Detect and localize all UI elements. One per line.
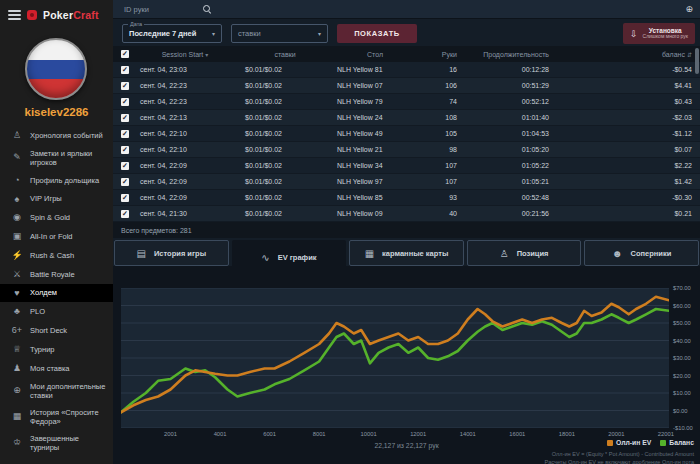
pokercraft-logo: PokerCraft: [43, 9, 99, 21]
table-row[interactable]: ✓ сент. 04, 22:10 $0.01/$0.02 NLH Yellow…: [113, 126, 700, 142]
duration-cell: 01:05:20: [457, 146, 557, 153]
row-checkbox[interactable]: ✓: [121, 210, 129, 218]
view-tab[interactable]: ♙ Позиция: [467, 240, 582, 266]
y-tick-label: -$10.00: [673, 425, 693, 431]
row-checkbox[interactable]: ✓: [121, 130, 129, 138]
y-tick-label: $40.00: [673, 338, 691, 344]
table-row[interactable]: ✓ сент. 04, 22:23 $0.01/$0.02 NLH Yellow…: [113, 78, 700, 94]
sort-desc-icon: ▾: [205, 52, 208, 58]
col-balance[interactable]: баланс⇵: [557, 51, 700, 58]
row-checkbox[interactable]: ✓: [121, 114, 129, 122]
sidebar-item[interactable]: ♔ Завершенные турниры: [0, 430, 113, 456]
sidebar-item-label: Spin & Gold: [30, 213, 70, 222]
row-checkbox[interactable]: ✓: [121, 178, 129, 186]
table-name-cell: NLH Yellow 34: [337, 162, 413, 169]
session-start-cell: сент. 04, 23:03: [137, 66, 233, 73]
table-header: ✓ Session Start▾ ставки Стол Руки Продол…: [113, 46, 700, 62]
table-scrollbar[interactable]: [695, 48, 699, 74]
duration-cell: 00:52:48: [457, 194, 557, 201]
view-tab[interactable]: ▦ карманные карты: [349, 240, 464, 266]
download-icon: ⇩: [630, 29, 638, 39]
menu-hamburger-icon[interactable]: [8, 10, 21, 20]
session-start-cell: сент. 04, 22:10: [137, 146, 233, 153]
sidebar-item-label: История «Спросите Федора»: [30, 408, 109, 426]
table-row[interactable]: ✓ сент. 04, 22:13 $0.01/$0.02 NLH Yellow…: [113, 110, 700, 126]
sidebar-item[interactable]: ♠ VIP Игры: [0, 190, 113, 209]
sidebar-item[interactable]: ♕ Турнир: [0, 340, 113, 359]
col-stakes[interactable]: ставки: [233, 51, 337, 58]
sidebar-item[interactable]: ⚡ Rush & Cash: [0, 246, 113, 265]
sidebar-item[interactable]: ⊕ Мои дополнительные ставки: [0, 378, 113, 404]
col-session-start[interactable]: Session Start▾: [137, 51, 233, 58]
legend-item[interactable]: Олл-ин EV: [607, 439, 651, 446]
table-name-cell: NLH Yellow 24: [337, 114, 413, 121]
row-checkbox[interactable]: ✓: [121, 194, 129, 202]
balance-cell: $1.42: [557, 178, 700, 185]
stakes-filter-select[interactable]: ставки ▾: [231, 24, 328, 43]
hand-id-search-input[interactable]: [122, 4, 200, 15]
install-button[interactable]: ⇩ Установка Слишком много рук: [623, 23, 695, 44]
row-checkbox[interactable]: ✓: [121, 82, 129, 90]
sidebar-item[interactable]: ▣ All-In or Fold: [0, 227, 113, 246]
search-icon[interactable]: [202, 4, 212, 14]
col-duration[interactable]: Продолжительность: [457, 51, 557, 58]
balance-cell: -$2.03: [557, 114, 700, 121]
session-start-cell: сент. 04, 21:30: [137, 210, 233, 217]
balance-cell: -$1.12: [557, 130, 700, 137]
sidebar-item[interactable]: ♣ PLO: [0, 302, 113, 321]
tab-icon: ☻: [612, 248, 623, 259]
stakes-cell: $0.01/$0.02: [233, 82, 337, 89]
sidebar-item-icon: ◔: [11, 175, 23, 186]
table-row[interactable]: ✓ сент. 04, 22:09 $0.01/$0.02 NLH Yellow…: [113, 158, 700, 174]
sidebar-item[interactable]: ▦ История «Спросите Федора»: [0, 404, 113, 430]
sidebar-item[interactable]: ⚔ Battle Royale: [0, 265, 113, 284]
duration-cell: 00:51:29: [457, 82, 557, 89]
date-filter-select[interactable]: Дата Последние 7 дней ▾: [122, 24, 222, 43]
sidebar-item-label: Rush & Cash: [30, 251, 74, 260]
sidebar-item[interactable]: 6+ Short Deck: [0, 321, 113, 340]
session-start-cell: сент. 04, 22:23: [137, 82, 233, 89]
row-checkbox[interactable]: ✓: [121, 162, 129, 170]
table-row[interactable]: ✓ сент. 04, 21:30 $0.01/$0.02 NLH Yellow…: [113, 206, 700, 222]
select-all-checkbox[interactable]: ✓: [121, 50, 129, 58]
ev-chart-plot[interactable]: [121, 288, 669, 428]
hands-cell: 98: [413, 146, 457, 153]
col-table[interactable]: Стол: [337, 51, 413, 58]
sidebar-item[interactable]: ◔ Профиль дольщика: [0, 171, 113, 190]
table-row[interactable]: ✓ сент. 04, 23:03 $0.01/$0.02 NLH Yellow…: [113, 62, 700, 78]
sidebar-item[interactable]: ◉ Spin & Gold: [0, 208, 113, 227]
avatar[interactable]: [25, 38, 87, 100]
legend-label: Олл-ин EV: [616, 439, 651, 446]
view-tab[interactable]: ☻ Соперники: [584, 240, 699, 266]
row-checkbox[interactable]: ✓: [121, 146, 129, 154]
series-line: [121, 297, 669, 413]
row-checkbox[interactable]: ✓: [121, 66, 129, 74]
language-globe-icon[interactable]: ⊕: [685, 4, 693, 14]
session-start-cell: сент. 04, 22:13: [137, 114, 233, 121]
date-filter-label: Дата: [128, 21, 144, 27]
sidebar-item[interactable]: ✎ Заметки и ярлыки игроков: [0, 145, 113, 171]
sidebar-item[interactable]: ♥ Холдем: [0, 284, 113, 303]
table-row[interactable]: ✓ сент. 04, 22:09 $0.01/$0.02 NLH Yellow…: [113, 174, 700, 190]
sidebar-item[interactable]: ♟ Моя ставка: [0, 359, 113, 378]
ev-graph-panel: $70.00$60.00$50.00$40.00$30.00$20.00$10.…: [113, 266, 700, 464]
duration-cell: 01:05:21: [457, 178, 557, 185]
sidebar-item[interactable]: ♙ Хронология событий: [0, 126, 113, 145]
table-row[interactable]: ✓ сент. 04, 22:09 $0.01/$0.02 NLH Yellow…: [113, 190, 700, 206]
legend-item[interactable]: Баланс: [660, 439, 694, 446]
sidebar-menu: ♙ Хронология событий ✎ Заметки и ярлыки …: [0, 126, 113, 456]
sidebar-item-label: Турнир: [30, 345, 55, 354]
table-row[interactable]: ✓ сент. 04, 22:10 $0.01/$0.02 NLH Yellow…: [113, 142, 700, 158]
ev-chart-svg: [121, 288, 669, 428]
sidebar-item-label: Холдем: [30, 288, 57, 297]
ev-formula-text: Олл-ин EV = (Equity * Pot Amount) - Cont…: [545, 450, 694, 458]
x-tick-label: 22001: [658, 431, 674, 437]
show-button[interactable]: ПОКАЗАТЬ: [337, 24, 417, 43]
stakes-cell: $0.01/$0.02: [233, 114, 337, 121]
col-hands[interactable]: Руки: [413, 51, 457, 58]
row-checkbox[interactable]: ✓: [121, 98, 129, 106]
tab-label: История игры: [154, 249, 206, 258]
table-row[interactable]: ✓ сент. 04, 22:23 $0.01/$0.02 NLH Yellow…: [113, 94, 700, 110]
view-tab[interactable]: ▤ История игры: [114, 240, 229, 266]
sidebar-item-label: All-In or Fold: [30, 232, 73, 241]
